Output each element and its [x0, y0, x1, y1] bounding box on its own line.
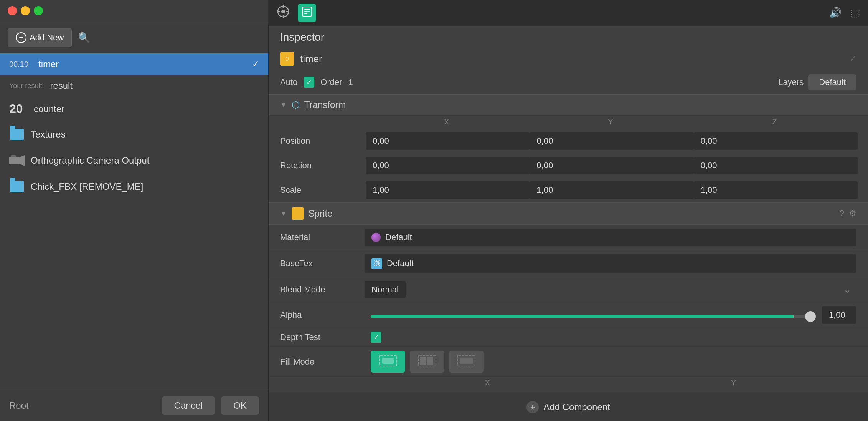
material-value[interactable]: Default: [365, 229, 856, 246]
maximize-button[interactable]: [34, 6, 43, 15]
alpha-row: Alpha 1,00: [269, 302, 868, 328]
basetex-text: Default: [387, 259, 414, 269]
close-button[interactable]: [8, 6, 17, 15]
scene-list: 00:10 timer ✓ Your result: result 20 cou…: [0, 53, 268, 390]
auto-checkbox[interactable]: ✓: [304, 77, 314, 88]
position-z-input[interactable]: [694, 132, 858, 150]
dialog-buttons: Cancel OK: [162, 396, 259, 415]
basetex-label: BaseTex: [280, 259, 365, 269]
item-label: result: [50, 80, 73, 91]
blend-mode-select[interactable]: Normal: [365, 281, 406, 298]
material-color-icon: [371, 233, 381, 242]
basetex-value[interactable]: 🖼 Default: [365, 254, 856, 273]
depth-test-label: Depth Test: [280, 332, 365, 342]
position-y-input[interactable]: [530, 132, 693, 150]
item-number: 20: [9, 102, 28, 116]
rotation-x-input[interactable]: [366, 157, 530, 174]
layers-button[interactable]: Default: [808, 74, 856, 90]
position-row: Position: [269, 129, 868, 153]
order-label: Order: [320, 77, 342, 87]
rotation-z-input[interactable]: [694, 157, 858, 174]
folder-icon: [9, 179, 25, 194]
sound-icon[interactable]: 🔊: [829, 7, 842, 19]
inspector-icon[interactable]: [298, 4, 316, 22]
list-item[interactable]: Textures: [0, 121, 268, 148]
item-subtext: Your result:: [9, 82, 44, 90]
root-label: Root: [9, 400, 29, 411]
scale-label: Scale: [280, 185, 365, 195]
auto-row: Auto ✓ Order 1 Layers Default: [269, 70, 868, 94]
svg-rect-16: [382, 358, 394, 364]
right-header: 🔊 ⬚: [269, 0, 868, 26]
pivot-y-header: Y: [611, 378, 856, 387]
blend-mode-select-wrapper: Normal: [365, 281, 856, 298]
fill-stretch-button[interactable]: [371, 351, 405, 373]
list-item[interactable]: Your result: result: [0, 75, 268, 96]
node-visible-icon[interactable]: ✓: [850, 54, 856, 64]
rotation-label: Rotation: [280, 161, 365, 171]
list-item[interactable]: 00:10 timer ✓: [0, 53, 268, 75]
sprite-header-icons: ? ⚙: [840, 209, 856, 219]
alpha-slider[interactable]: [371, 315, 816, 318]
svg-rect-20: [420, 361, 426, 365]
sprite-gear-icon[interactable]: ⚙: [849, 209, 856, 219]
fill-fill-button[interactable]: [449, 351, 484, 373]
right-panel: 🔊 ⬚ Inspector ⏱ timer ✓ Auto ✓ Order 1: [269, 0, 868, 421]
list-item[interactable]: Chick_FBX [REMOVE_ME]: [0, 174, 268, 200]
item-label: timer: [38, 59, 59, 70]
crop-icon[interactable]: ⬚: [851, 7, 860, 19]
item-label: Orthographic Camera Output: [31, 155, 149, 166]
svg-marker-1: [19, 155, 25, 166]
plus-circle-icon: +: [16, 32, 26, 43]
header-right-icons: 🔊 ⬚: [829, 7, 860, 19]
xyz-header: X Y Z: [269, 115, 868, 129]
alpha-label: Alpha: [280, 310, 365, 320]
layers-row: Layers Default: [778, 74, 856, 90]
add-component-button[interactable]: + Add Component: [526, 401, 610, 413]
x-header: X: [365, 118, 528, 126]
window-controls: [0, 0, 268, 22]
scale-x-input[interactable]: [366, 181, 530, 199]
cancel-button[interactable]: Cancel: [162, 396, 215, 415]
order-value: 1: [348, 77, 353, 87]
sprite-label: Sprite: [309, 208, 333, 219]
node-header: ⏱ timer ✓: [269, 47, 868, 70]
transform-section-header: ▼ ⬡ Transform: [269, 94, 868, 115]
pivot-x-header: X: [365, 378, 611, 387]
alpha-slider-wrap: [371, 310, 816, 320]
node-type-icon: ⏱: [280, 52, 294, 66]
svg-rect-2: [11, 155, 16, 157]
scale-y-input[interactable]: [530, 181, 693, 199]
sprite-help-icon[interactable]: ?: [840, 209, 844, 219]
blend-mode-row: Blend Mode Normal: [269, 277, 868, 302]
auto-left: Auto ✓ Order 1: [280, 77, 353, 88]
svg-rect-21: [427, 361, 433, 365]
add-new-button[interactable]: + Add New: [8, 28, 72, 47]
alpha-value: 1,00: [822, 306, 856, 324]
rotation-y-input[interactable]: [530, 157, 693, 174]
sprite-collapse-icon[interactable]: ▼: [280, 210, 287, 218]
fill-mode-label: Fill Mode: [280, 357, 365, 367]
minimize-button[interactable]: [21, 6, 30, 15]
y-header: Y: [528, 118, 692, 126]
scale-z-input[interactable]: [694, 181, 858, 199]
basetex-row: BaseTex 🖼 Default: [269, 250, 868, 277]
depth-test-row: Depth Test ✓: [269, 328, 868, 347]
position-x-input[interactable]: [366, 132, 530, 150]
list-item[interactable]: 20 counter: [0, 96, 268, 121]
list-item[interactable]: Orthographic Camera Output: [0, 148, 268, 174]
scene-icon[interactable]: [276, 5, 290, 21]
fill-tile-button[interactable]: [410, 351, 444, 373]
collapse-icon[interactable]: ▼: [280, 101, 287, 109]
item-time: 00:10: [9, 60, 32, 69]
ok-button[interactable]: OK: [221, 396, 259, 415]
search-button[interactable]: 🔍: [78, 32, 90, 44]
item-label: counter: [34, 104, 64, 114]
svg-rect-18: [420, 357, 426, 361]
scale-row: Scale: [269, 178, 868, 202]
add-new-label: Add New: [30, 33, 64, 43]
header-icons: [276, 4, 316, 22]
depth-test-checkbox[interactable]: ✓: [371, 332, 381, 343]
position-label: Position: [280, 136, 365, 146]
pivot-xy-header: X Y: [269, 377, 868, 389]
